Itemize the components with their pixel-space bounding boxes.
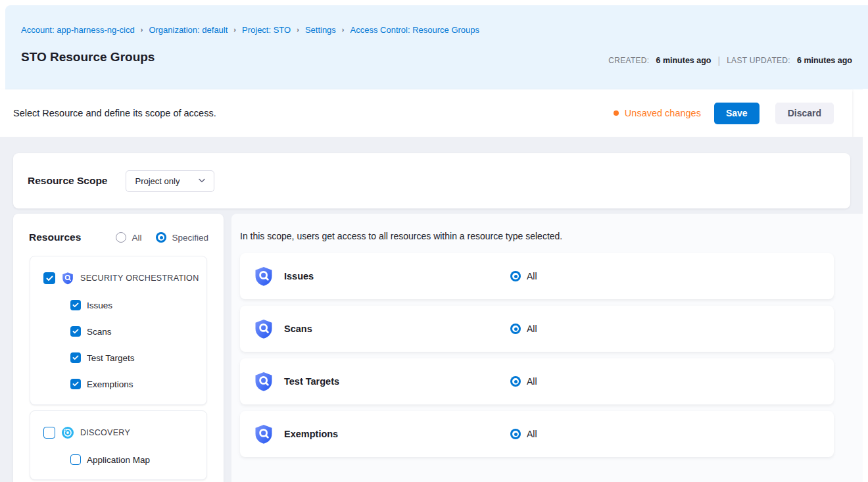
row-scans-all-label: All xyxy=(527,324,537,334)
radio-specified[interactable]: Specified xyxy=(156,232,208,243)
radio-specified-icon[interactable] xyxy=(156,232,166,243)
created-label: CREATED: xyxy=(608,56,649,65)
radio-specified-label: Specified xyxy=(172,233,208,243)
resource-item-issues[interactable]: Issues xyxy=(70,300,206,310)
breadcrumb-account-link[interactable]: Account: app-harness-ng-cicd xyxy=(21,25,135,35)
resource-scope-card: Resource Scope Project only xyxy=(13,153,850,208)
resource-item-scans[interactable]: Scans xyxy=(70,326,206,337)
toolbar-description: Select Resource and define its scope of … xyxy=(13,108,216,118)
discovery-checkbox[interactable] xyxy=(43,427,55,439)
resource-group-discovery: DISCOVERY Application Map xyxy=(30,410,207,480)
row-test-targets-all-label: All xyxy=(527,376,537,387)
resource-group-security-orchestration: SECURITY ORCHESTRATION Issues Scans Test… xyxy=(30,256,207,405)
resource-item-application-map[interactable]: Application Map xyxy=(70,454,206,465)
row-label-issues: Issues xyxy=(284,271,510,281)
breadcrumb-access-control-link[interactable]: Access Control: Resource Groups xyxy=(350,25,480,35)
security-orchestration-checkbox[interactable] xyxy=(43,272,55,284)
discard-button[interactable]: Discard xyxy=(775,103,834,124)
row-scans-all-radio[interactable] xyxy=(510,324,521,334)
breadcrumb-separator-icon: › xyxy=(233,26,236,34)
row-test-targets-all-radio[interactable] xyxy=(510,376,521,387)
discovery-target-icon xyxy=(61,426,74,439)
row-label-test-targets: Test Targets xyxy=(284,376,510,387)
resources-mode-radios: All Specified xyxy=(116,232,208,243)
breadcrumb-separator-icon: › xyxy=(297,26,299,34)
unsaved-changes-badge: Unsaved changes xyxy=(614,108,701,118)
sto-shield-icon xyxy=(253,371,274,392)
row-label-exemptions: Exemptions xyxy=(284,429,510,439)
breadcrumb-settings-link[interactable]: Settings xyxy=(305,25,336,35)
row-exemptions-all-radio[interactable] xyxy=(510,429,521,439)
row-exemptions-all-label: All xyxy=(527,429,537,439)
resource-scope-dropdown[interactable]: Project only xyxy=(126,170,214,192)
sto-shield-icon xyxy=(253,266,274,287)
resource-row-issues: Issues All xyxy=(240,253,834,299)
unsaved-dot-icon xyxy=(614,110,619,116)
last-updated-value: 6 minutes ago xyxy=(797,56,852,65)
scans-label: Scans xyxy=(87,327,112,337)
resource-item-test-targets[interactable]: Test Targets xyxy=(70,352,206,363)
scope-description: In this scope, users get access to all r… xyxy=(240,231,562,241)
breadcrumb-separator-icon: › xyxy=(342,26,345,34)
issues-label: Issues xyxy=(87,301,112,310)
page-header: Account: app-harness-ng-cicd › Organizat… xyxy=(5,5,868,89)
breadcrumb-separator-icon: › xyxy=(141,26,143,34)
resource-scope-selected-value: Project only xyxy=(135,176,180,186)
issues-checkbox[interactable] xyxy=(70,300,81,310)
test-targets-label: Test Targets xyxy=(87,353,135,363)
breadcrumb: Account: app-harness-ng-cicd › Organizat… xyxy=(21,25,479,35)
meta-divider: | xyxy=(718,55,721,66)
sto-shield-icon xyxy=(61,272,74,285)
breadcrumb-organization-link[interactable]: Organization: default xyxy=(149,25,228,35)
resources-panel: Resources All Specified xyxy=(13,214,224,482)
chevron-down-icon xyxy=(198,178,206,183)
discovery-label: DISCOVERY xyxy=(80,428,130,437)
vertical-scrollbar[interactable] xyxy=(863,89,868,482)
sto-shield-icon xyxy=(253,318,274,339)
save-button[interactable]: Save xyxy=(714,103,760,124)
sto-shield-icon xyxy=(253,423,274,445)
last-updated-label: LAST UPDATED: xyxy=(727,56,790,65)
radio-all-icon[interactable] xyxy=(116,232,126,243)
application-map-label: Application Map xyxy=(87,455,150,465)
header-meta: CREATED: 6 minutes ago | LAST UPDATED: 6… xyxy=(608,55,852,66)
action-toolbar: Select Resource and define its scope of … xyxy=(0,89,852,137)
exemptions-label: Exemptions xyxy=(87,379,133,389)
security-orchestration-label: SECURITY ORCHESTRATION xyxy=(80,274,199,283)
resource-item-exemptions[interactable]: Exemptions xyxy=(70,379,206,389)
scans-checkbox[interactable] xyxy=(70,326,81,337)
application-map-checkbox[interactable] xyxy=(70,454,81,465)
resource-row-scans: Scans All xyxy=(240,306,834,352)
row-issues-all-radio[interactable] xyxy=(510,271,521,281)
resource-rows: Issues All Scans All xyxy=(240,253,834,464)
unsaved-changes-label: Unsaved changes xyxy=(625,108,701,118)
resource-scope-label: Resource Scope xyxy=(28,175,107,187)
exemptions-checkbox[interactable] xyxy=(70,379,81,389)
row-label-scans: Scans xyxy=(284,324,510,334)
radio-all[interactable]: All xyxy=(116,232,141,243)
radio-all-label: All xyxy=(132,233,141,243)
resources-title: Resources xyxy=(29,231,81,243)
created-value: 6 minutes ago xyxy=(656,56,711,65)
page-title: STO Resource Groups xyxy=(21,50,155,64)
row-issues-all-label: All xyxy=(527,271,537,281)
scope-detail-panel: In this scope, users get access to all r… xyxy=(231,214,863,482)
breadcrumb-project-link[interactable]: Project: STO xyxy=(242,25,291,35)
resource-row-test-targets: Test Targets All xyxy=(240,358,834,404)
test-targets-checkbox[interactable] xyxy=(70,352,81,363)
resource-row-exemptions: Exemptions All xyxy=(240,411,834,457)
